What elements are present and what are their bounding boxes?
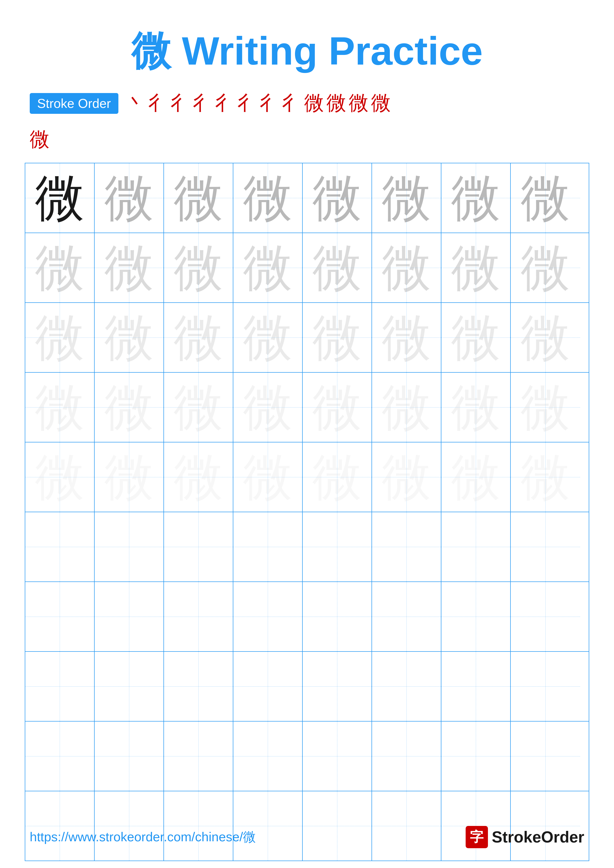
grid-row-4: 微 微 微 微 微 微 微 微 [25, 373, 589, 442]
cell-char: 微 [243, 243, 292, 293]
grid-row-9 [25, 722, 589, 791]
grid-cell-1-6: 微 [372, 163, 441, 232]
cell-char: 微 [35, 243, 84, 293]
grid-cell-8-5 [303, 652, 372, 721]
grid-cell-7-4 [233, 582, 303, 651]
cell-char: 微 [521, 243, 570, 293]
grid-row-8 [25, 652, 589, 722]
grid-cell-9-1 [25, 722, 95, 791]
grid-cell-1-8: 微 [511, 163, 580, 232]
stroke-11: 微 [349, 93, 368, 113]
grid-cell-3-6: 微 [372, 303, 441, 372]
grid-cell-2-7: 微 [441, 233, 511, 302]
grid-cell-2-3: 微 [164, 233, 233, 302]
grid-row-7 [25, 582, 589, 652]
stroke-8: 彳 [282, 93, 302, 113]
grid-cell-2-4: 微 [233, 233, 303, 302]
cell-char: 微 [521, 313, 570, 362]
cell-char: 微 [521, 383, 570, 432]
grid-cell-6-5 [303, 512, 372, 581]
grid-cell-8-3 [164, 652, 233, 721]
grid-cell-7-2 [95, 582, 164, 651]
grid-cell-3-5: 微 [303, 303, 372, 372]
stroke-chars: 丶 彳 彳 彳 彳 彳 彳 彳 微 微 微 微 [126, 93, 391, 113]
title-text: Writing Practice [171, 29, 483, 73]
grid-cell-9-5 [303, 722, 372, 791]
grid-cell-7-5 [303, 582, 372, 651]
grid-cell-3-2: 微 [95, 303, 164, 372]
grid-cell-4-8: 微 [511, 373, 580, 442]
grid-cell-6-2 [95, 512, 164, 581]
cell-char: 微 [312, 173, 362, 223]
logo-icon: 字 [466, 826, 488, 848]
cell-char: 微 [35, 383, 84, 432]
grid-row-6 [25, 512, 589, 582]
cell-char: 微 [451, 313, 501, 362]
stroke-final-char: 微 [30, 128, 50, 150]
grid-cell-1-7: 微 [441, 163, 511, 232]
grid-cell-8-2 [95, 652, 164, 721]
grid-cell-5-4: 微 [233, 442, 303, 512]
grid-cell-9-7 [441, 722, 511, 791]
grid-cell-7-7 [441, 582, 511, 651]
footer-url: https://www.strokeorder.com/chinese/微 [30, 828, 256, 846]
grid-cell-4-4: 微 [233, 373, 303, 442]
cell-char: 微 [451, 173, 501, 223]
stroke-order-section: Stroke Order 丶 彳 彳 彳 彳 彳 彳 彳 微 微 微 微 [0, 93, 614, 114]
grid-cell-5-1: 微 [25, 442, 95, 512]
grid-cell-4-7: 微 [441, 373, 511, 442]
cell-char: 微 [104, 452, 154, 502]
grid-cell-7-1 [25, 582, 95, 651]
cell-char: 微 [174, 452, 223, 502]
grid-cell-6-6 [372, 512, 441, 581]
cell-char: 微 [243, 383, 292, 432]
stroke-1: 丶 [126, 93, 146, 113]
cell-char: 微 [451, 452, 501, 502]
grid-cell-7-6 [372, 582, 441, 651]
cell-char: 微 [382, 452, 431, 502]
practice-grid: 微 微 微 微 微 微 微 微 微 微 微 微 微 微 微 微 微 微 微 微 … [25, 163, 589, 861]
grid-cell-9-6 [372, 722, 441, 791]
cell-char: 微 [312, 383, 362, 432]
grid-cell-2-6: 微 [372, 233, 441, 302]
grid-cell-5-5: 微 [303, 442, 372, 512]
cell-char: 微 [104, 383, 154, 432]
stroke-7: 彳 [260, 93, 280, 113]
title-character: 微 [131, 29, 171, 73]
grid-cell-6-3 [164, 512, 233, 581]
grid-cell-3-3: 微 [164, 303, 233, 372]
grid-cell-7-3 [164, 582, 233, 651]
grid-cell-1-2: 微 [95, 163, 164, 232]
cell-char: 微 [382, 383, 431, 432]
grid-cell-1-3: 微 [164, 163, 233, 232]
grid-cell-5-3: 微 [164, 442, 233, 512]
footer-logo: 字 StrokeOrder [466, 826, 584, 848]
stroke-12: 微 [371, 93, 391, 113]
grid-cell-3-7: 微 [441, 303, 511, 372]
cell-char: 微 [243, 313, 292, 362]
grid-cell-4-3: 微 [164, 373, 233, 442]
grid-cell-6-8 [511, 512, 580, 581]
stroke-9: 微 [304, 93, 324, 113]
cell-char: 微 [35, 313, 84, 362]
grid-cell-6-1 [25, 512, 95, 581]
cell-char: 微 [382, 173, 431, 223]
grid-cell-9-2 [95, 722, 164, 791]
cell-char: 微 [243, 452, 292, 502]
grid-cell-4-6: 微 [372, 373, 441, 442]
grid-row-1: 微 微 微 微 微 微 微 微 [25, 163, 589, 233]
grid-cell-2-5: 微 [303, 233, 372, 302]
grid-cell-8-8 [511, 652, 580, 721]
grid-row-3: 微 微 微 微 微 微 微 微 [25, 303, 589, 373]
stroke-2: 彳 [148, 93, 168, 113]
stroke-order-badge: Stroke Order [30, 93, 118, 114]
grid-cell-3-4: 微 [233, 303, 303, 372]
grid-cell-1-5: 微 [303, 163, 372, 232]
cell-char: 微 [104, 173, 154, 223]
grid-cell-4-1: 微 [25, 373, 95, 442]
cell-char: 微 [174, 173, 223, 223]
cell-char: 微 [451, 243, 501, 293]
cell-char: 微 [521, 173, 570, 223]
stroke-6: 彳 [237, 93, 257, 113]
grid-cell-1-4: 微 [233, 163, 303, 232]
